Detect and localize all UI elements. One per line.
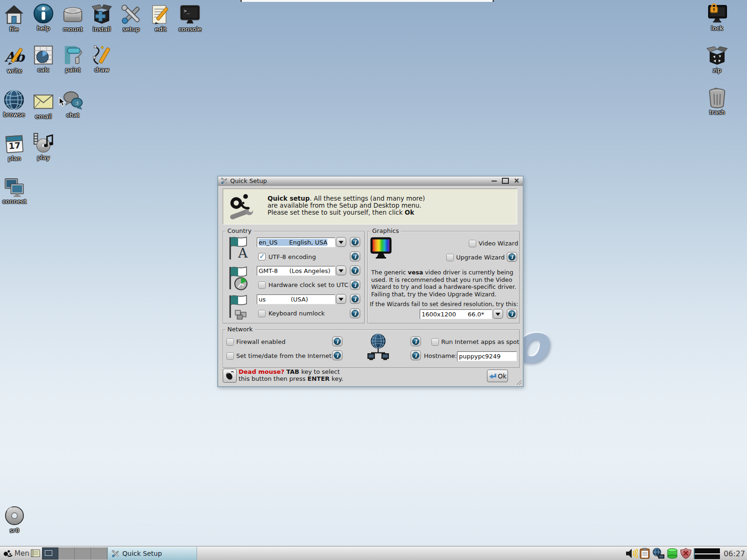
icon-label: install xyxy=(93,26,111,33)
dead-mouse-line1: Dead mouse? TAB key to select xyxy=(239,368,343,375)
runspot-checkbox[interactable] xyxy=(432,339,438,345)
para-bold: vesa xyxy=(408,269,423,276)
window-titlebar[interactable]: Quick Setup × xyxy=(218,176,523,186)
desktop-icon-connect[interactable]: connect xyxy=(0,176,29,205)
resolution-combo-entry[interactable]: 747x560 66.0* xyxy=(420,309,492,319)
upgrade-wizard-info-button[interactable] xyxy=(507,252,517,262)
puppy-logo-icon xyxy=(229,193,262,221)
console-glyph: >_ xyxy=(184,8,190,14)
icon-label: file xyxy=(9,26,19,33)
timezone-combo-entry[interactable]: GMT-8 (Los Angeles) xyxy=(257,266,335,276)
video-wizard-checkbox[interactable] xyxy=(469,240,476,247)
network-blinky-monitor[interactable] xyxy=(694,548,720,559)
desktop-icon-draw[interactable]: draw xyxy=(87,44,117,73)
draw-icon xyxy=(91,44,113,66)
resize-grip[interactable] xyxy=(515,378,521,385)
maximize-button[interactable] xyxy=(502,178,509,184)
resolution-info-button[interactable] xyxy=(507,309,517,319)
window-icon xyxy=(221,177,228,184)
taskbar-launcher[interactable] xyxy=(30,547,42,560)
locale-value: en_US English, USA xyxy=(259,239,327,246)
desktop-icon-paint[interactable]: paint xyxy=(58,44,88,73)
icon-label: help xyxy=(37,25,50,32)
desktop-icon-install[interactable]: install xyxy=(87,4,117,33)
keyboard-info-button[interactable] xyxy=(350,294,360,304)
resolution-dropdown-button[interactable] xyxy=(493,309,503,319)
house-icon xyxy=(3,4,25,25)
footer-text: key. xyxy=(330,375,343,382)
desktop-icon-zip[interactable]: zip xyxy=(702,45,732,74)
pager-desktop-3[interactable] xyxy=(75,547,91,560)
pager-window-outline xyxy=(45,550,52,556)
settime-checkbox[interactable] xyxy=(227,353,233,359)
firewall-label: Firewall enabled xyxy=(236,338,285,345)
header-line2: are available from the Setup and Desktop… xyxy=(268,202,422,209)
locale-dropdown-button[interactable] xyxy=(336,237,346,247)
pager-desktop-1[interactable] xyxy=(42,547,58,560)
hostname-input[interactable] xyxy=(457,351,517,361)
settime-info-button[interactable] xyxy=(332,350,343,361)
ok-button[interactable]: Ok xyxy=(487,370,508,382)
footer-text: this button then press xyxy=(239,375,308,382)
desktop-icon-trash[interactable]: trash xyxy=(702,87,732,116)
keyboard-dropdown-button[interactable] xyxy=(336,294,346,304)
desktop-icon-email[interactable]: email xyxy=(28,91,58,120)
desktop-icon-console[interactable]: >_ console xyxy=(175,4,205,33)
firewall-checkbox[interactable] xyxy=(227,339,233,345)
utf8-checkbox[interactable] xyxy=(259,253,265,260)
timezone-dropdown-button[interactable] xyxy=(336,266,346,276)
numlock-checkbox[interactable] xyxy=(259,310,265,317)
icon-label: paint xyxy=(65,66,80,73)
network-group: Network Firewall enabled Set time/date f… xyxy=(223,329,520,368)
clipboard-icon[interactable] xyxy=(640,548,650,559)
desktop-icon-setup[interactable]: setup xyxy=(116,4,146,33)
network-status-icon[interactable] xyxy=(652,548,665,559)
firewall-status-icon[interactable] xyxy=(680,548,692,559)
window-title: Quick Setup xyxy=(230,177,486,184)
desktop-icon-lock[interactable]: lock xyxy=(702,3,732,32)
desktop-icon-calc[interactable]: calc xyxy=(28,44,58,73)
network-legend: Network xyxy=(226,326,254,333)
utf8-info-button[interactable] xyxy=(350,252,360,262)
pager-desktop-4[interactable] xyxy=(91,547,107,560)
desktop-icon-edit[interactable]: edit xyxy=(146,4,176,33)
locale-combo-entry[interactable]: en_US English, USA xyxy=(257,238,335,247)
lock-icon xyxy=(706,3,728,24)
mouse-test-button[interactable] xyxy=(223,369,237,383)
desktop-icon-write[interactable]: Ab write xyxy=(0,45,29,74)
para-text: The generic xyxy=(371,269,408,276)
minimize-button[interactable] xyxy=(491,178,498,184)
hostname-info-button[interactable] xyxy=(410,350,421,361)
icon-label: plan xyxy=(8,155,21,162)
close-icon: × xyxy=(514,178,520,184)
close-button[interactable]: × xyxy=(513,178,520,184)
ok-label: Ok xyxy=(498,372,506,380)
memory-monitor-icon[interactable] xyxy=(667,548,678,559)
runspot-label: Run Internet apps as spot xyxy=(441,338,519,345)
locale-info-button[interactable] xyxy=(350,237,360,247)
header-line1: Quick setup. All these settings (and man… xyxy=(268,195,425,202)
icon-label: play xyxy=(37,154,50,161)
upgrade-wizard-checkbox[interactable] xyxy=(447,254,453,261)
firewall-info-button[interactable] xyxy=(332,336,343,347)
icon-label: console xyxy=(178,26,202,33)
runspot-info-button[interactable] xyxy=(410,336,421,347)
desktop-icon-sr0[interactable]: sr0 xyxy=(0,505,29,534)
hwclock-checkbox[interactable] xyxy=(259,282,265,288)
keyboard-combo-entry[interactable]: us (USA) xyxy=(257,294,335,304)
offscreen-window-strip xyxy=(240,0,494,2)
desktop-icon-plan[interactable]: 17 plan xyxy=(0,133,29,162)
desktop-icon-mount[interactable]: mount xyxy=(58,4,88,33)
desktop-icon-help[interactable]: help xyxy=(28,3,58,32)
desktop-icon-browse[interactable]: browse xyxy=(0,89,29,118)
volume-icon[interactable] xyxy=(626,548,638,559)
taskbar-task-quick-setup[interactable]: Quick Setup xyxy=(107,547,197,560)
calendar-day: 17 xyxy=(8,140,21,151)
timezone-info-button[interactable] xyxy=(350,266,360,276)
desktop-icon-play[interactable]: play xyxy=(28,132,58,161)
desktop-icon-file[interactable]: file xyxy=(0,4,29,33)
header-text: . All these settings (and many more) xyxy=(310,195,425,202)
numlock-info-button[interactable] xyxy=(350,308,360,319)
hwclock-info-button[interactable] xyxy=(350,280,360,290)
pager-desktop-2[interactable] xyxy=(58,547,75,560)
